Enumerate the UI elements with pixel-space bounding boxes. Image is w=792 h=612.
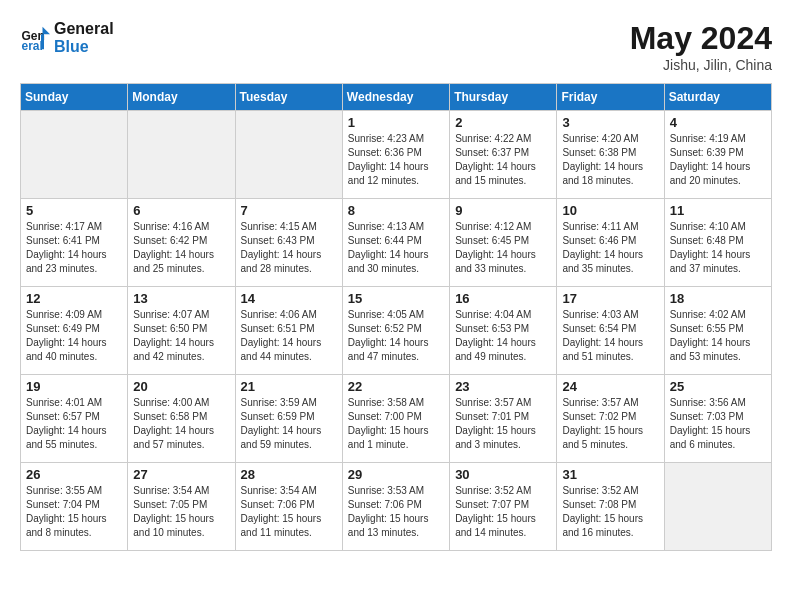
day-number: 29: [348, 467, 444, 482]
calendar-cell: 6 Sunrise: 4:16 AMSunset: 6:42 PMDayligh…: [128, 199, 235, 287]
calendar-cell: 20 Sunrise: 4:00 AMSunset: 6:58 PMDaylig…: [128, 375, 235, 463]
calendar-cell: 30 Sunrise: 3:52 AMSunset: 7:07 PMDaylig…: [450, 463, 557, 551]
cell-info: Sunrise: 3:56 AMSunset: 7:03 PMDaylight:…: [670, 396, 766, 452]
cell-info: Sunrise: 4:02 AMSunset: 6:55 PMDaylight:…: [670, 308, 766, 364]
day-number: 30: [455, 467, 551, 482]
day-number: 26: [26, 467, 122, 482]
month-title: May 2024: [630, 20, 772, 57]
calendar-cell: 17 Sunrise: 4:03 AMSunset: 6:54 PMDaylig…: [557, 287, 664, 375]
calendar-cell: 3 Sunrise: 4:20 AMSunset: 6:38 PMDayligh…: [557, 111, 664, 199]
day-number: 6: [133, 203, 229, 218]
calendar-cell: 7 Sunrise: 4:15 AMSunset: 6:43 PMDayligh…: [235, 199, 342, 287]
day-number: 20: [133, 379, 229, 394]
day-number: 11: [670, 203, 766, 218]
cell-info: Sunrise: 4:03 AMSunset: 6:54 PMDaylight:…: [562, 308, 658, 364]
title-block: May 2024 Jishu, Jilin, China: [630, 20, 772, 73]
calendar-cell: 18 Sunrise: 4:02 AMSunset: 6:55 PMDaylig…: [664, 287, 771, 375]
cell-info: Sunrise: 4:00 AMSunset: 6:58 PMDaylight:…: [133, 396, 229, 452]
weekday-header-row: SundayMondayTuesdayWednesdayThursdayFrid…: [21, 84, 772, 111]
day-number: 12: [26, 291, 122, 306]
cell-info: Sunrise: 4:09 AMSunset: 6:49 PMDaylight:…: [26, 308, 122, 364]
calendar-cell: 19 Sunrise: 4:01 AMSunset: 6:57 PMDaylig…: [21, 375, 128, 463]
cell-info: Sunrise: 4:20 AMSunset: 6:38 PMDaylight:…: [562, 132, 658, 188]
weekday-header-monday: Monday: [128, 84, 235, 111]
day-number: 22: [348, 379, 444, 394]
calendar-cell: [664, 463, 771, 551]
day-number: 8: [348, 203, 444, 218]
calendar-cell: 11 Sunrise: 4:10 AMSunset: 6:48 PMDaylig…: [664, 199, 771, 287]
weekday-header-sunday: Sunday: [21, 84, 128, 111]
cell-info: Sunrise: 3:58 AMSunset: 7:00 PMDaylight:…: [348, 396, 444, 452]
day-number: 18: [670, 291, 766, 306]
cell-info: Sunrise: 4:05 AMSunset: 6:52 PMDaylight:…: [348, 308, 444, 364]
cell-info: Sunrise: 3:54 AMSunset: 7:06 PMDaylight:…: [241, 484, 337, 540]
calendar-table: SundayMondayTuesdayWednesdayThursdayFrid…: [20, 83, 772, 551]
calendar-cell: 29 Sunrise: 3:53 AMSunset: 7:06 PMDaylig…: [342, 463, 449, 551]
weekday-header-thursday: Thursday: [450, 84, 557, 111]
cell-info: Sunrise: 3:52 AMSunset: 7:07 PMDaylight:…: [455, 484, 551, 540]
logo-text: General Blue: [54, 20, 114, 56]
cell-info: Sunrise: 3:57 AMSunset: 7:02 PMDaylight:…: [562, 396, 658, 452]
day-number: 27: [133, 467, 229, 482]
logo: Gen eral General Blue: [20, 20, 114, 56]
weekday-header-wednesday: Wednesday: [342, 84, 449, 111]
day-number: 28: [241, 467, 337, 482]
calendar-cell: 31 Sunrise: 3:52 AMSunset: 7:08 PMDaylig…: [557, 463, 664, 551]
calendar-cell: [235, 111, 342, 199]
weekday-header-friday: Friday: [557, 84, 664, 111]
cell-info: Sunrise: 3:55 AMSunset: 7:04 PMDaylight:…: [26, 484, 122, 540]
calendar-cell: [21, 111, 128, 199]
day-number: 31: [562, 467, 658, 482]
cell-info: Sunrise: 3:57 AMSunset: 7:01 PMDaylight:…: [455, 396, 551, 452]
day-number: 2: [455, 115, 551, 130]
day-number: 25: [670, 379, 766, 394]
location: Jishu, Jilin, China: [630, 57, 772, 73]
svg-rect-3: [41, 34, 44, 49]
calendar-cell: 14 Sunrise: 4:06 AMSunset: 6:51 PMDaylig…: [235, 287, 342, 375]
weekday-header-tuesday: Tuesday: [235, 84, 342, 111]
cell-info: Sunrise: 4:12 AMSunset: 6:45 PMDaylight:…: [455, 220, 551, 276]
cell-info: Sunrise: 4:07 AMSunset: 6:50 PMDaylight:…: [133, 308, 229, 364]
calendar-cell: 16 Sunrise: 4:04 AMSunset: 6:53 PMDaylig…: [450, 287, 557, 375]
calendar-cell: 8 Sunrise: 4:13 AMSunset: 6:44 PMDayligh…: [342, 199, 449, 287]
week-row-2: 5 Sunrise: 4:17 AMSunset: 6:41 PMDayligh…: [21, 199, 772, 287]
calendar-cell: 1 Sunrise: 4:23 AMSunset: 6:36 PMDayligh…: [342, 111, 449, 199]
logo-icon: Gen eral: [20, 23, 50, 53]
day-number: 9: [455, 203, 551, 218]
calendar-cell: 25 Sunrise: 3:56 AMSunset: 7:03 PMDaylig…: [664, 375, 771, 463]
cell-info: Sunrise: 3:54 AMSunset: 7:05 PMDaylight:…: [133, 484, 229, 540]
cell-info: Sunrise: 4:06 AMSunset: 6:51 PMDaylight:…: [241, 308, 337, 364]
day-number: 24: [562, 379, 658, 394]
cell-info: Sunrise: 4:23 AMSunset: 6:36 PMDaylight:…: [348, 132, 444, 188]
day-number: 21: [241, 379, 337, 394]
calendar-cell: 4 Sunrise: 4:19 AMSunset: 6:39 PMDayligh…: [664, 111, 771, 199]
cell-info: Sunrise: 3:52 AMSunset: 7:08 PMDaylight:…: [562, 484, 658, 540]
day-number: 1: [348, 115, 444, 130]
week-row-3: 12 Sunrise: 4:09 AMSunset: 6:49 PMDaylig…: [21, 287, 772, 375]
day-number: 17: [562, 291, 658, 306]
cell-info: Sunrise: 4:19 AMSunset: 6:39 PMDaylight:…: [670, 132, 766, 188]
calendar-cell: [128, 111, 235, 199]
cell-info: Sunrise: 4:13 AMSunset: 6:44 PMDaylight:…: [348, 220, 444, 276]
week-row-4: 19 Sunrise: 4:01 AMSunset: 6:57 PMDaylig…: [21, 375, 772, 463]
svg-text:eral: eral: [22, 39, 43, 53]
calendar-cell: 13 Sunrise: 4:07 AMSunset: 6:50 PMDaylig…: [128, 287, 235, 375]
calendar-cell: 10 Sunrise: 4:11 AMSunset: 6:46 PMDaylig…: [557, 199, 664, 287]
calendar-cell: 5 Sunrise: 4:17 AMSunset: 6:41 PMDayligh…: [21, 199, 128, 287]
cell-info: Sunrise: 4:16 AMSunset: 6:42 PMDaylight:…: [133, 220, 229, 276]
day-number: 7: [241, 203, 337, 218]
day-number: 13: [133, 291, 229, 306]
cell-info: Sunrise: 3:59 AMSunset: 6:59 PMDaylight:…: [241, 396, 337, 452]
svg-marker-2: [43, 27, 51, 35]
cell-info: Sunrise: 4:10 AMSunset: 6:48 PMDaylight:…: [670, 220, 766, 276]
cell-info: Sunrise: 3:53 AMSunset: 7:06 PMDaylight:…: [348, 484, 444, 540]
day-number: 14: [241, 291, 337, 306]
cell-info: Sunrise: 4:01 AMSunset: 6:57 PMDaylight:…: [26, 396, 122, 452]
day-number: 16: [455, 291, 551, 306]
day-number: 3: [562, 115, 658, 130]
calendar-cell: 12 Sunrise: 4:09 AMSunset: 6:49 PMDaylig…: [21, 287, 128, 375]
calendar-cell: 22 Sunrise: 3:58 AMSunset: 7:00 PMDaylig…: [342, 375, 449, 463]
calendar-cell: 26 Sunrise: 3:55 AMSunset: 7:04 PMDaylig…: [21, 463, 128, 551]
day-number: 4: [670, 115, 766, 130]
day-number: 23: [455, 379, 551, 394]
